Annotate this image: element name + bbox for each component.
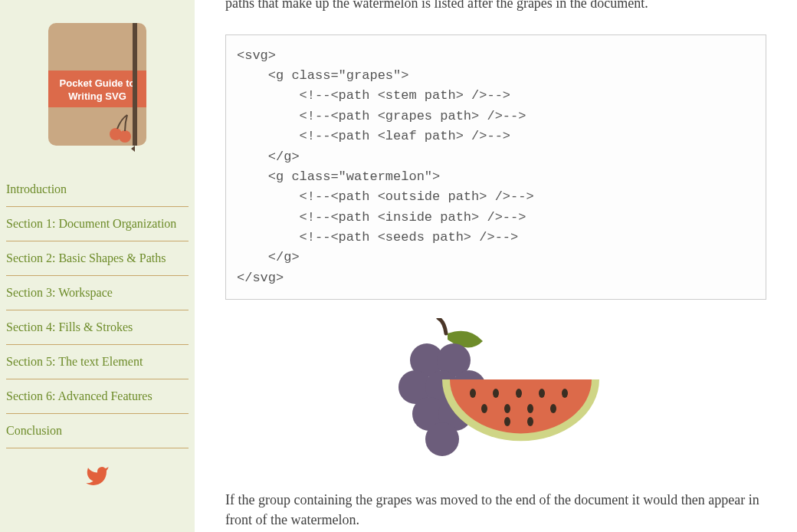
svg-rect-5 bbox=[133, 23, 137, 31]
svg-point-22 bbox=[504, 404, 510, 413]
svg-point-25 bbox=[504, 417, 510, 426]
nav-list: Introduction Section 1: Document Organiz… bbox=[6, 172, 189, 448]
svg-point-7 bbox=[119, 130, 131, 143]
nav-link[interactable]: Section 1: Document Organization bbox=[6, 207, 189, 241]
svg-point-24 bbox=[550, 404, 556, 413]
nav-item-section2[interactable]: Section 2: Basic Shapes & Paths bbox=[6, 241, 189, 276]
nav-link[interactable]: Section 4: Fills & Strokes bbox=[6, 310, 189, 344]
svg-point-17 bbox=[493, 389, 499, 398]
nav-item-section1[interactable]: Section 1: Document Organization bbox=[6, 207, 189, 241]
nav-link[interactable]: Section 3: Workspace bbox=[6, 276, 189, 310]
book-logo[interactable]: Pocket Guide to Writing SVG bbox=[48, 15, 146, 153]
book-logo-wrap: Pocket Guide to Writing SVG bbox=[6, 0, 189, 172]
paragraph-1: If the group containing the grapes was m… bbox=[225, 490, 766, 530]
nav-link[interactable]: Section 6: Advanced Features bbox=[6, 379, 189, 413]
nav-item-section5[interactable]: Section 5: The text Element bbox=[6, 345, 189, 379]
sidebar: Pocket Guide to Writing SVG Introduction… bbox=[0, 0, 195, 532]
svg-point-16 bbox=[470, 389, 476, 398]
svg-rect-4 bbox=[133, 23, 137, 146]
nav-item-section6[interactable]: Section 6: Advanced Features bbox=[6, 379, 189, 414]
nav-item-section3[interactable]: Section 3: Workspace bbox=[6, 276, 189, 310]
partial-top-text: paths that make up the watermelon is lis… bbox=[225, 0, 766, 15]
code-block-1: <svg> <g class="grapes"> <!--<path <stem… bbox=[225, 34, 766, 300]
svg-point-19 bbox=[539, 389, 545, 398]
nav-item-introduction[interactable]: Introduction bbox=[6, 172, 189, 207]
main-content: paths that make up the watermelon is lis… bbox=[195, 0, 797, 532]
twitter-icon bbox=[85, 464, 110, 488]
fruit-illustration bbox=[225, 318, 766, 471]
nav-item-section4[interactable]: Section 4: Fills & Strokes bbox=[6, 310, 189, 345]
nav-link[interactable]: Conclusion bbox=[6, 414, 189, 448]
svg-text:Writing SVG: Writing SVG bbox=[68, 90, 126, 102]
svg-point-26 bbox=[527, 417, 533, 426]
nav-item-conclusion[interactable]: Conclusion bbox=[6, 414, 189, 448]
svg-text:Pocket Guide to: Pocket Guide to bbox=[60, 77, 136, 89]
nav-link[interactable]: Section 2: Basic Shapes & Paths bbox=[6, 241, 189, 275]
nav-link[interactable]: Section 5: The text Element bbox=[6, 345, 189, 379]
svg-point-18 bbox=[516, 389, 522, 398]
svg-point-23 bbox=[527, 404, 533, 413]
twitter-link[interactable] bbox=[6, 448, 189, 504]
svg-point-20 bbox=[562, 389, 568, 398]
nav-link[interactable]: Introduction bbox=[6, 172, 189, 206]
svg-point-15 bbox=[425, 422, 459, 456]
watermelon-icon bbox=[442, 379, 599, 441]
svg-point-21 bbox=[481, 404, 487, 413]
